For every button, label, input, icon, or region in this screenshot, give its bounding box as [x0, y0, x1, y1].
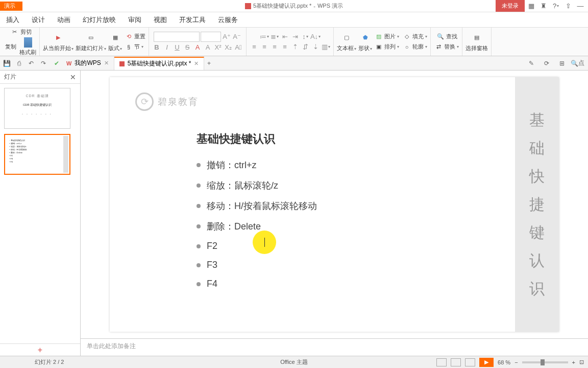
thumbnail-list[interactable]: CDR 基础课 CDR 基础快捷键认识 ▪ ▪ ▪ ▪ ▪ ▪ ▪ ◦ 基础快捷…	[0, 84, 80, 343]
bold-button[interactable]: B	[152, 43, 161, 52]
format-painter-button[interactable]: 格式刷	[19, 37, 36, 56]
indent-dec-button[interactable]: ⇤	[280, 32, 289, 41]
underline-button[interactable]: U	[173, 43, 182, 52]
highlight-button[interactable]: A	[203, 43, 212, 52]
slide-title[interactable]: 基础快捷键认识	[197, 131, 489, 147]
document-tab-bar: 💾 ⎙ ↶ ↷ ✔ W 我的WPS ✕ 5基础快捷键认识.pptx * ✕ + …	[0, 56, 588, 71]
add-slide-button[interactable]: +	[0, 343, 80, 356]
textbox-button[interactable]: ▢文本框▾	[337, 31, 356, 52]
view-reading-button[interactable]	[465, 358, 475, 366]
slide[interactable]: ⟳ 碧泉教育 基础快捷键认识 撤销：ctrl+z 缩放：鼠标滚轮/z 移动：H/…	[110, 77, 559, 332]
save-icon[interactable]: 💾	[2, 59, 11, 68]
bullets-button[interactable]: ≔▾	[260, 32, 269, 41]
increase-font-icon[interactable]: A⁺	[222, 32, 231, 41]
bullet-dot-icon	[197, 224, 201, 228]
bullet-list[interactable]: 撤销：ctrl+z 缩放：鼠标滚轮/z 移动：H/按着鼠标滚轮移动 删除：Del…	[197, 159, 489, 289]
line-spacing-button[interactable]: ↕▾	[301, 32, 310, 41]
font-color-button[interactable]: A	[193, 43, 202, 52]
columns-button[interactable]: ▥▾	[321, 42, 330, 52]
login-badge[interactable]: 未登录	[496, 0, 525, 12]
slide-viewport[interactable]: ⟳ 碧泉教育 基础快捷键认识 撤销：ctrl+z 缩放：鼠标滚轮/z 移动：H/…	[81, 71, 588, 338]
new-tab-button[interactable]: +	[204, 59, 213, 68]
tool-icon-3[interactable]: ⊞	[557, 59, 567, 68]
minimize-button[interactable]: —	[575, 1, 586, 11]
align-top-button[interactable]: ⇡	[290, 42, 300, 52]
numbering-button[interactable]: ≣▾	[270, 32, 279, 41]
undo-icon[interactable]: ↶	[27, 59, 36, 68]
select-pane-button[interactable]: ▤选择窗格	[465, 31, 488, 52]
view-sorter-button[interactable]	[451, 358, 461, 366]
text-direction-button[interactable]: A↓▾	[311, 32, 320, 41]
view-normal-button[interactable]	[436, 358, 447, 366]
redo-icon[interactable]: ↷	[39, 59, 48, 68]
font-family-select[interactable]	[154, 32, 200, 42]
tab-my-wps[interactable]: W 我的WPS ✕	[61, 57, 114, 70]
zoom-level: 68 %	[498, 359, 510, 365]
outline-icon: ○	[402, 42, 411, 52]
title-bar: 演示 5基础快捷键认识.pptx * - WPS 演示 未登录 ▦ ♜ ?▾ ⇧…	[0, 0, 588, 12]
zoom-out-button[interactable]: −	[514, 359, 518, 365]
find-button[interactable]: 🔍查找	[436, 32, 457, 41]
subscript-button[interactable]: X₂	[224, 43, 233, 52]
new-slide-button[interactable]: ▭新建幻灯片▾	[76, 31, 106, 52]
align-right-button[interactable]: ≡	[270, 42, 279, 52]
slide-panel: 灯片 ✕ CDR 基础课 CDR 基础快捷键认识 ▪ ▪ ▪ ▪ ▪ ▪ ▪ ◦…	[0, 71, 81, 356]
notes-pane[interactable]: 单击此处添加备注	[81, 338, 588, 356]
italic-button[interactable]: I	[162, 43, 172, 52]
slideshow-play-button[interactable]: ▶	[479, 358, 494, 367]
menu-slideshow[interactable]: 幻灯片放映	[83, 15, 116, 25]
zoom-in-button[interactable]: +	[572, 359, 575, 365]
zoom-slider[interactable]	[522, 361, 568, 363]
decrease-font-icon[interactable]: A⁻	[232, 32, 241, 41]
clear-format-button[interactable]: Aͯ	[234, 43, 243, 52]
quick-search[interactable]: 🔍 点	[573, 59, 582, 68]
replace-icon: ⇄	[434, 42, 443, 52]
font-size-select[interactable]	[201, 32, 221, 42]
align-left-button[interactable]: ≡	[250, 42, 259, 52]
indent-inc-button[interactable]: ⇥	[290, 32, 300, 41]
replace-button[interactable]: ⇄替换▾	[434, 42, 459, 52]
tab-checkmark-icon[interactable]: ✔	[52, 59, 61, 68]
close-tab-icon[interactable]: ✕	[104, 60, 109, 66]
close-panel-icon[interactable]: ✕	[70, 73, 76, 81]
shape-button[interactable]: ⬟形状▾	[358, 31, 372, 52]
align-justify-button[interactable]: ≡	[280, 42, 289, 52]
wps-logo-icon: W	[66, 60, 71, 66]
menu-view[interactable]: 视图	[154, 15, 167, 25]
thumbnail-2[interactable]: ◦ 基础快捷键认识• 撤销：ctrl+z• 缩放：鼠标滚轮/z• 移动：H/按着…	[4, 134, 70, 175]
layout-button[interactable]: ▦版式▾	[108, 31, 122, 52]
menu-animation[interactable]: 动画	[57, 15, 70, 25]
fill-button[interactable]: ◇填充▾	[402, 32, 427, 41]
section-button[interactable]: §节▾	[124, 42, 145, 52]
strike-button[interactable]: S	[183, 43, 192, 52]
tool-icon-2[interactable]: ⟳	[542, 59, 551, 68]
thumbnail-1[interactable]: CDR 基础课 CDR 基础快捷键认识 ▪ ▪ ▪ ▪ ▪ ▪ ▪	[4, 88, 70, 129]
tab-document[interactable]: 5基础快捷键认识.pptx * ✕	[114, 57, 205, 70]
align-middle-button[interactable]: ⇵	[301, 42, 310, 52]
from-current-button[interactable]: ▶从当前开始▾	[43, 31, 74, 52]
superscript-button[interactable]: X²	[213, 43, 223, 52]
print-icon[interactable]: ⎙	[14, 59, 23, 68]
picture-button[interactable]: ▨图片▾	[374, 32, 399, 41]
align-bottom-button[interactable]: ⇣	[311, 42, 320, 52]
menu-cloud[interactable]: 云服务	[218, 15, 238, 25]
fit-window-button[interactable]: ⊡	[579, 359, 584, 365]
menu-review[interactable]: 审阅	[128, 15, 141, 25]
align-center-button[interactable]: ≡	[260, 42, 269, 52]
copy-button[interactable]: 复制	[5, 37, 16, 56]
close-tab-icon[interactable]: ✕	[194, 60, 199, 67]
menu-design[interactable]: 设计	[32, 15, 45, 25]
zoom-handle[interactable]	[541, 359, 545, 365]
help-icon[interactable]: ?▾	[550, 1, 561, 11]
upload-icon[interactable]: ⇧	[562, 1, 574, 11]
outline-button[interactable]: ○轮廓▾	[402, 42, 427, 52]
brush-icon	[24, 37, 32, 48]
skin-icon[interactable]: ▦	[526, 1, 537, 11]
reset-button[interactable]: ⟲重置	[124, 32, 145, 41]
menu-dev[interactable]: 开发工具	[179, 15, 206, 25]
arrange-button[interactable]: ▣排列▾	[374, 42, 399, 52]
menu-insert[interactable]: 插入	[6, 15, 19, 25]
cut-button[interactable]: ✂剪切	[10, 27, 32, 36]
tool-icon-1[interactable]: ✎	[527, 59, 536, 68]
gift-icon[interactable]: ♜	[538, 1, 549, 11]
